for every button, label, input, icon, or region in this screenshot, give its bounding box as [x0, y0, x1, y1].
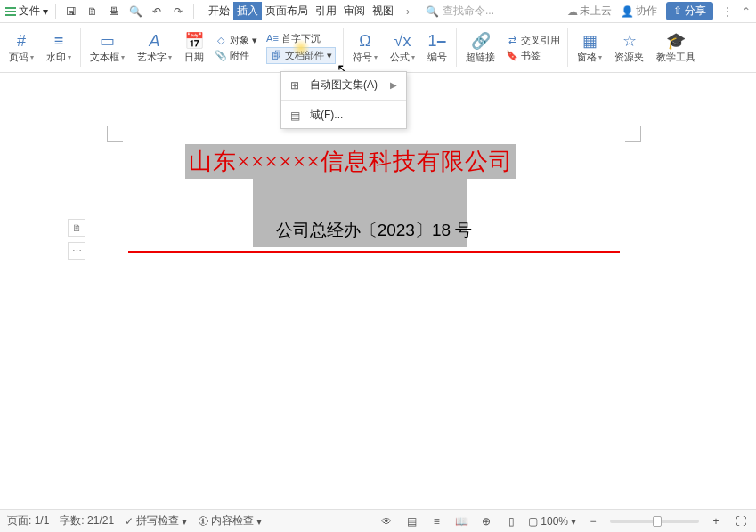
- command-search[interactable]: 🔍 查找命令...: [426, 4, 494, 19]
- selection-side-panel: 🗎 ⋯: [68, 219, 85, 260]
- hamburger-icon: [5, 7, 16, 16]
- page-number-button[interactable]: # 页码▾: [4, 23, 39, 72]
- symbol-button[interactable]: Ω 符号▾: [347, 23, 383, 72]
- tab-start[interactable]: 开始: [205, 2, 233, 20]
- redo-icon[interactable]: ↷: [170, 4, 186, 20]
- paperclip-icon: 📎: [215, 50, 227, 61]
- teaching-tools-button[interactable]: 🎓 教学工具: [651, 23, 701, 72]
- link-icon: 🔗: [471, 31, 491, 51]
- ribbon-insert: # 页码▾ ≡ 水印▾ ▭ 文本框▾ A 艺术字▾ 📅 日期 ◇对象 ▾ 📎附件…: [0, 23, 756, 73]
- file-label: 文件: [19, 4, 40, 19]
- view-web-icon[interactable]: ⊕: [478, 513, 494, 529]
- file-menu[interactable]: 文件 ▾: [5, 4, 48, 19]
- print-icon[interactable]: 🖶: [106, 4, 122, 20]
- search-icon: 🔍: [426, 5, 439, 18]
- hyperlink-button[interactable]: 🔗 超链接: [460, 23, 500, 72]
- view-print-icon[interactable]: ▤: [403, 513, 419, 529]
- bookmark-button[interactable]: 🔖书签: [506, 49, 560, 62]
- collapse-ribbon-icon[interactable]: ⌃: [742, 5, 751, 18]
- calendar-icon: 📅: [184, 31, 204, 51]
- search-placeholder: 查找命令...: [443, 4, 494, 19]
- view-layout-icon[interactable]: ▯: [503, 513, 519, 529]
- dropcap-docparts-group: A≡首字下沉 🗐文档部件 ▾: [263, 23, 339, 72]
- textbox-icon: ▭: [100, 31, 115, 51]
- undo-icon[interactable]: ↶: [149, 4, 165, 20]
- tab-review[interactable]: 审阅: [340, 2, 369, 20]
- autotext-menu-item[interactable]: ⊞ 自动图文集(A) ▶: [281, 72, 406, 98]
- submenu-arrow-icon: ▶: [390, 80, 397, 90]
- title-bar: 文件 ▾ 🖫 🗎 🖶 🔍 ↶ ↷ 开始 插入 页面布局 引用 审阅 视图 › 🔍…: [0, 0, 756, 23]
- side-doc-icon[interactable]: 🗎: [68, 219, 85, 237]
- crossref-icon: ⇄: [506, 35, 518, 46]
- tab-references[interactable]: 引用: [312, 2, 340, 20]
- numbering-icon: 1‒: [427, 31, 446, 51]
- tab-insert[interactable]: 插入: [233, 2, 262, 20]
- view-outline-icon[interactable]: ≡: [428, 513, 444, 529]
- contentcheck-toggle[interactable]: 🛈内容检查 ▾: [198, 513, 262, 528]
- docparts-button[interactable]: 🗐文档部件 ▾: [266, 47, 336, 64]
- eye-icon[interactable]: 👁: [378, 513, 394, 529]
- print-preview-icon[interactable]: 🔍: [127, 4, 143, 20]
- teaching-icon: 🎓: [666, 31, 686, 51]
- more-icon[interactable]: ⋮: [722, 5, 733, 18]
- chevron-down-icon: ▾: [43, 5, 48, 18]
- margin-marker-left: [107, 126, 123, 142]
- document-area: 🗎 ⋯ 山东××××××信息科技有限公司 公司总经办〔2023〕18 号: [0, 73, 756, 509]
- export-icon[interactable]: 🗎: [85, 4, 101, 20]
- zoom-out-icon[interactable]: −: [585, 513, 601, 529]
- tabs-overflow-icon[interactable]: ›: [402, 5, 413, 18]
- share-button[interactable]: ⇧ 分享: [666, 2, 713, 20]
- separator: [80, 28, 81, 67]
- spellcheck-icon: ✓: [125, 515, 134, 528]
- separator: [567, 28, 568, 67]
- dropcap-button[interactable]: A≡首字下沉: [266, 32, 336, 45]
- zoom-thumb[interactable]: [653, 516, 662, 527]
- crossref-bookmark-group: ⇄交叉引用 🔖书签: [502, 23, 564, 72]
- doc-subtitle[interactable]: 公司总经办〔2023〕18 号: [196, 219, 552, 242]
- tab-view[interactable]: 视图: [369, 2, 397, 20]
- page-number-icon: #: [17, 31, 26, 51]
- pane-icon: ▦: [582, 31, 597, 51]
- pane-button[interactable]: ▦ 窗格▾: [572, 23, 607, 72]
- watermark-button[interactable]: ≡ 水印▾: [41, 23, 77, 72]
- object-button[interactable]: ◇对象 ▾: [215, 34, 257, 47]
- fit-width-icon[interactable]: ⛶: [733, 513, 749, 529]
- zoom-select[interactable]: ▢ 100% ▾: [528, 515, 576, 528]
- separator: [343, 28, 344, 67]
- status-right: 👁 ▤ ≡ 📖 ⊕ ▯ ▢ 100% ▾ − + ⛶: [378, 513, 749, 529]
- word-count[interactable]: 字数: 21/21: [60, 513, 114, 528]
- wordart-button[interactable]: A 艺术字▾: [132, 23, 177, 72]
- separator: [193, 4, 194, 19]
- textbox-button[interactable]: ▭ 文本框▾: [85, 23, 130, 72]
- separator: [55, 4, 56, 19]
- numbering-button[interactable]: 1‒ 编号: [422, 23, 452, 72]
- page-indicator[interactable]: 页面: 1/1: [7, 513, 49, 528]
- field-icon: ▤: [290, 109, 303, 122]
- formula-icon: √x: [394, 31, 411, 51]
- spellcheck-toggle[interactable]: ✓拼写检查 ▾: [125, 513, 187, 528]
- dropcap-icon: A≡: [266, 33, 279, 44]
- attachment-button[interactable]: 📎附件: [215, 49, 257, 62]
- ribbon-tabs: 开始 插入 页面布局 引用 审阅 视图: [205, 2, 397, 20]
- side-options-icon[interactable]: ⋯: [68, 242, 85, 260]
- resources-button[interactable]: ☆ 资源夹: [609, 23, 649, 72]
- separator: [456, 28, 457, 67]
- watermark-icon: ≡: [54, 31, 64, 51]
- date-button[interactable]: 📅 日期: [179, 23, 209, 72]
- contentcheck-icon: 🛈: [198, 515, 208, 528]
- field-menu-item[interactable]: ▤ 域(F)...: [281, 102, 406, 128]
- cloud-status[interactable]: ☁ 未上云: [567, 4, 612, 19]
- menu-separator: [281, 100, 406, 101]
- collab-button[interactable]: 👤 协作: [621, 4, 657, 19]
- docparts-icon: 🗐: [270, 50, 282, 60]
- view-read-icon[interactable]: 📖: [453, 513, 469, 529]
- save-icon[interactable]: 🖫: [63, 4, 79, 20]
- topbar-right: ☁ 未上云 👤 协作 ⇧ 分享 ⋮ ⌃: [567, 2, 751, 20]
- zoom-in-icon[interactable]: +: [708, 513, 724, 529]
- formula-button[interactable]: √x 公式▾: [385, 23, 420, 72]
- tab-layout[interactable]: 页面布局: [262, 2, 312, 20]
- zoom-slider[interactable]: [610, 520, 699, 523]
- omega-icon: Ω: [359, 31, 370, 51]
- crossref-button[interactable]: ⇄交叉引用: [506, 34, 560, 47]
- status-bar: 页面: 1/1 字数: 21/21 ✓拼写检查 ▾ 🛈内容检查 ▾ 👁 ▤ ≡ …: [0, 509, 756, 532]
